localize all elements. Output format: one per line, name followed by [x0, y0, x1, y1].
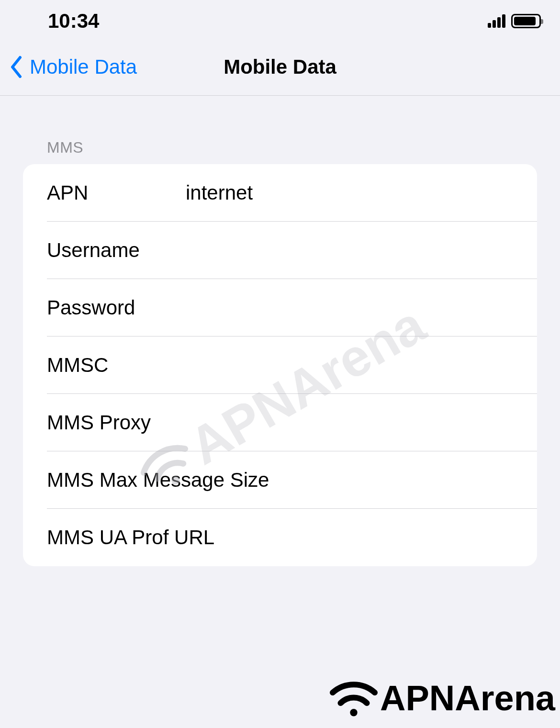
status-bar: 10:34 [0, 0, 560, 38]
mms-max-size-label: MMS Max Message Size [47, 469, 270, 492]
mms-proxy-row[interactable]: MMS Proxy [23, 394, 537, 451]
chevron-left-icon [10, 56, 23, 78]
username-input[interactable] [186, 239, 537, 262]
status-time: 10:34 [48, 10, 99, 33]
battery-icon [511, 14, 541, 28]
section-header-mms: MMS [0, 96, 560, 164]
password-input[interactable] [186, 296, 537, 319]
svg-point-1 [350, 709, 357, 716]
password-row[interactable]: Password [23, 279, 537, 336]
mms-ua-prof-label: MMS UA Prof URL [47, 526, 270, 549]
back-label: Mobile Data [30, 56, 137, 78]
mms-max-size-row[interactable]: MMS Max Message Size [23, 451, 537, 509]
mms-max-size-input[interactable] [270, 469, 537, 492]
apn-row[interactable]: APN [23, 164, 537, 222]
navigation-bar: Mobile Data Mobile Data [0, 38, 560, 96]
mms-proxy-label: MMS Proxy [47, 411, 186, 434]
page-title: Mobile Data [224, 56, 336, 78]
mmsc-label: MMSC [47, 354, 186, 377]
mms-proxy-input[interactable] [186, 411, 537, 434]
mmsc-row[interactable]: MMSC [23, 336, 537, 394]
cellular-signal-icon [488, 14, 505, 28]
apnarena-logo: APNArena [327, 676, 555, 719]
logo-text: APNArena [380, 678, 555, 718]
mms-ua-prof-input[interactable] [270, 526, 537, 549]
apn-input[interactable] [186, 181, 537, 204]
wifi-icon [327, 676, 380, 719]
mms-settings-card: APN Username Password MMSC MMS Proxy MMS… [23, 164, 537, 566]
back-button[interactable]: Mobile Data [10, 56, 137, 78]
password-label: Password [47, 296, 186, 319]
username-label: Username [47, 239, 186, 262]
apn-label: APN [47, 181, 186, 204]
mms-ua-prof-row[interactable]: MMS UA Prof URL [23, 509, 537, 566]
status-indicators [488, 14, 541, 28]
mmsc-input[interactable] [186, 354, 537, 377]
username-row[interactable]: Username [23, 222, 537, 279]
